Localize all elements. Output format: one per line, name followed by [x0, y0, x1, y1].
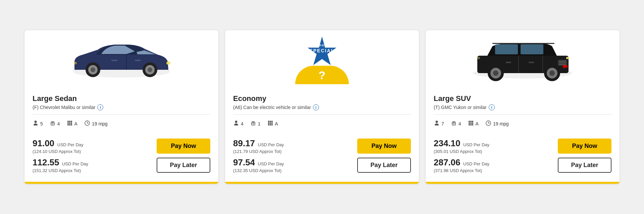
pay-now-button-sedan[interactable]: Pay Now	[157, 139, 210, 154]
card-large-suv: Large SUV (T) GMC Yukon or similar i 7	[425, 30, 620, 184]
svg-rect-42	[270, 124, 271, 125]
svg-rect-77	[469, 124, 470, 125]
mystery-question-mark: ?	[319, 69, 326, 81]
svg-rect-74	[469, 122, 470, 124]
managers-special-badge: MANAGER'S SPECIAL ?	[295, 35, 349, 84]
car-title-economy: Economy	[233, 94, 411, 103]
pay-later-button-sedan[interactable]: Pay Later	[157, 158, 210, 173]
pay-now-approx-suv: (305.01 USD Approx Tot)	[434, 149, 558, 154]
transmission-icon-economy	[267, 120, 273, 127]
svg-rect-78	[470, 124, 472, 125]
pay-later-row-suv: 287.06 USD Per Day (371.98 USD Approx To…	[434, 157, 611, 173]
svg-point-52	[493, 70, 498, 76]
svg-rect-11	[135, 60, 141, 61]
suv-car-image	[469, 36, 576, 83]
car-cards-container: Large Sedan (F) Chevrolet Malibu or simi…	[7, 30, 637, 184]
svg-point-8	[166, 61, 170, 65]
svg-rect-46	[495, 44, 518, 54]
pricing-section-suv: 234.10 USD Per Day (305.01 USD Approx To…	[426, 134, 620, 182]
svg-rect-71	[469, 121, 470, 122]
luggage-icon-economy	[250, 120, 256, 127]
car-image-area-sedan	[24, 30, 218, 89]
card-content-economy: Economy (A6) Can be electric vehicle or …	[225, 89, 419, 134]
svg-rect-35	[268, 121, 269, 122]
pay-later-price-info-suv: 287.06 USD Per Day (371.98 USD Approx To…	[434, 157, 558, 173]
spec-transmission-sedan: A	[67, 120, 77, 127]
svg-rect-72	[470, 121, 472, 122]
svg-rect-65	[563, 65, 568, 68]
spec-luggage-suv: 4	[451, 120, 461, 127]
svg-rect-22	[71, 122, 72, 124]
card-large-sedan: Large Sedan (F) Chevrolet Malibu or simi…	[24, 30, 219, 184]
svg-rect-41	[268, 124, 269, 125]
card-bottom-bar-suv	[426, 182, 620, 184]
pay-now-button-suv[interactable]: Pay Now	[558, 139, 611, 154]
svg-point-7	[148, 67, 152, 72]
pay-later-row-economy: 97.54 USD Per Day (132.35 USD Approx Tot…	[233, 157, 411, 173]
svg-rect-39	[270, 122, 271, 124]
car-subtitle-economy: (A6) Can be electric vehicle or similar …	[233, 104, 411, 110]
card-content-sedan: Large Sedan (F) Chevrolet Malibu or simi…	[24, 89, 218, 134]
svg-rect-43	[271, 124, 273, 125]
passenger-icon-sedan	[33, 120, 39, 127]
car-image-area-economy: MANAGER'S SPECIAL ?	[225, 30, 419, 89]
passenger-icon-suv	[434, 120, 440, 127]
pay-later-price-suv: 287.06 USD Per Day	[434, 157, 558, 168]
svg-rect-18	[69, 121, 70, 122]
spec-passengers-economy: 4	[233, 120, 244, 127]
svg-rect-36	[270, 121, 271, 122]
car-title-sedan: Large Sedan	[33, 94, 210, 103]
car-specs-suv: 7 4 A 19 mp	[434, 117, 611, 130]
pay-later-approx-suv: (371.98 USD Approx Tot)	[434, 168, 558, 173]
spec-luggage-economy: 1	[250, 120, 261, 127]
mpg-icon-sedan	[84, 120, 90, 127]
luggage-icon-suv	[451, 120, 457, 127]
svg-rect-40	[271, 122, 273, 124]
passenger-icon-economy	[233, 120, 239, 127]
svg-rect-17	[67, 121, 69, 122]
car-specs-economy: 4 1 A	[233, 117, 411, 130]
svg-point-66	[436, 121, 438, 123]
pay-later-price-info-economy: 97.54 USD Per Day (132.35 USD Approx Tot…	[233, 157, 357, 173]
card-bottom-bar-economy	[225, 182, 419, 184]
car-title-suv: Large SUV	[434, 94, 611, 103]
divider-sedan	[33, 114, 210, 115]
pay-later-button-suv[interactable]: Pay Later	[558, 158, 611, 173]
svg-point-30	[235, 121, 237, 123]
transmission-icon-sedan	[67, 120, 73, 127]
card-content-suv: Large SUV (T) GMC Yukon or similar i 7	[426, 89, 620, 134]
svg-text:SPECIAL: SPECIAL	[310, 48, 335, 53]
pricing-section-sedan: 91.00 USD Per Day (124.10 USD Approx Tot…	[24, 134, 218, 182]
divider-economy	[233, 114, 411, 115]
svg-rect-19	[71, 121, 72, 122]
svg-point-9	[73, 62, 77, 64]
info-icon-suv[interactable]: i	[489, 104, 495, 110]
pay-later-button-economy[interactable]: Pay Later	[357, 158, 411, 173]
pay-now-price-sedan: 91.00 USD Per Day	[33, 138, 157, 149]
pay-later-price-info-sedan: 112.55 USD Per Day (151.32 USD Approx To…	[33, 157, 157, 173]
svg-rect-20	[67, 122, 69, 124]
info-icon-economy[interactable]: i	[313, 104, 319, 110]
card-bottom-bar-sedan	[24, 182, 218, 184]
svg-rect-10	[111, 60, 117, 61]
spec-passengers-suv: 7	[434, 120, 444, 127]
card-economy: MANAGER'S SPECIAL ? Economy (A6) Can be …	[225, 30, 419, 184]
car-subtitle-sedan: (F) Chevrolet Malibu or similar i	[33, 104, 210, 110]
pay-later-approx-sedan: (151.32 USD Approx Tot)	[33, 168, 157, 173]
pay-later-price-economy: 97.54 USD Per Day	[233, 157, 357, 168]
spec-mpg-suv: 19 mpg	[485, 120, 509, 127]
svg-point-4	[91, 67, 95, 72]
svg-rect-37	[271, 121, 273, 122]
svg-rect-75	[470, 122, 472, 124]
svg-text:MANAGER'S: MANAGER'S	[311, 44, 333, 47]
spec-mpg-sedan: 19 mpg	[84, 120, 108, 127]
pay-now-row-sedan: 91.00 USD Per Day (124.10 USD Approx Tot…	[33, 138, 210, 154]
info-icon-sedan[interactable]: i	[97, 104, 103, 110]
svg-rect-60	[566, 57, 569, 59]
car-image-area-suv	[426, 30, 620, 89]
pay-now-price-economy: 89.17 USD Per Day	[233, 138, 357, 149]
sedan-car-image	[68, 36, 175, 83]
pay-now-price-suv: 234.10 USD Per Day	[434, 138, 558, 149]
pay-now-button-economy[interactable]: Pay Now	[357, 139, 411, 154]
pay-later-approx-economy: (132.35 USD Approx Tot)	[233, 168, 357, 173]
